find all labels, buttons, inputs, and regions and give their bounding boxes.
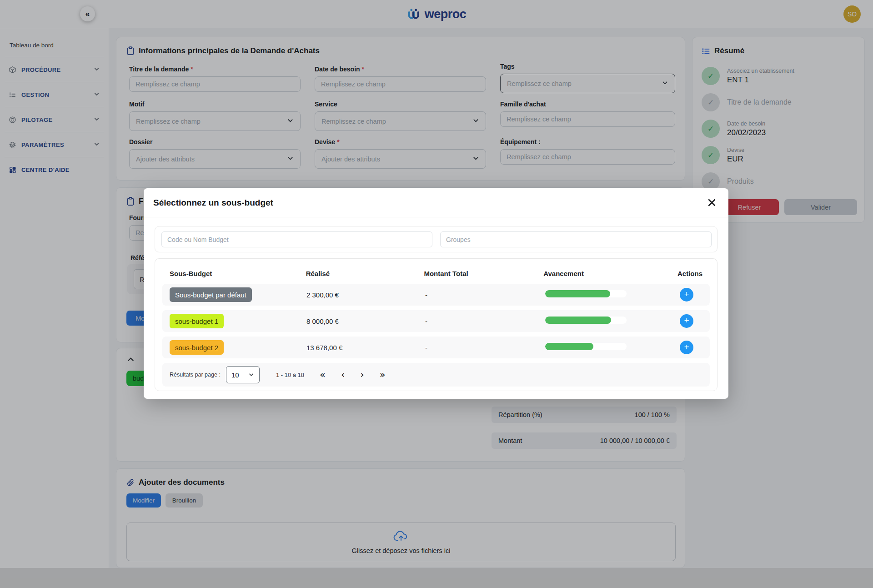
table-row: sous-budget 2 13 678,00 € - + bbox=[162, 337, 710, 358]
sous-budget-tag: sous-budget 2 bbox=[170, 340, 224, 355]
sous-budget-table: Sous-Budget Réalisé Montant Total Avance… bbox=[155, 258, 717, 391]
prev-page-button[interactable]: ‹ bbox=[341, 370, 345, 380]
sous-budget-tag: sous-budget 1 bbox=[170, 314, 224, 328]
sous-budget-tag: Sous-budget par défaut bbox=[170, 287, 252, 302]
progress-bar bbox=[545, 290, 627, 297]
add-sous-budget-button[interactable]: + bbox=[680, 314, 693, 328]
table-row: sous-budget 1 8 000,00 € - + bbox=[162, 310, 710, 332]
progress-bar bbox=[545, 343, 627, 350]
sous-budget-modal: Sélectionnez un sous-budget Sous-Budget … bbox=[144, 188, 728, 399]
add-sous-budget-button[interactable]: + bbox=[680, 341, 693, 354]
per-page-select[interactable]: 10 bbox=[226, 366, 260, 383]
modal-title: Sélectionnez un sous-budget bbox=[153, 198, 273, 208]
pagination-range: 1 - 10 à 18 bbox=[276, 372, 304, 378]
chevron-down-icon bbox=[248, 371, 254, 379]
next-page-button[interactable]: › bbox=[360, 370, 364, 380]
progress-bar bbox=[545, 317, 627, 324]
code-nom-budget-input[interactable] bbox=[161, 231, 432, 247]
pagination-bar: Résultats par page : 10 1 - 10 à 18 « ‹ … bbox=[162, 363, 710, 387]
groupes-input[interactable] bbox=[440, 231, 712, 247]
add-sous-budget-button[interactable]: + bbox=[680, 288, 693, 302]
last-page-button[interactable]: » bbox=[380, 370, 386, 380]
table-header-row: Sous-Budget Réalisé Montant Total Avance… bbox=[162, 270, 710, 277]
per-page-label: Résultats par page : bbox=[170, 372, 221, 378]
table-row: Sous-budget par défaut 2 300,00 € - + bbox=[162, 284, 710, 306]
close-icon[interactable] bbox=[707, 198, 717, 207]
modal-filters bbox=[155, 226, 717, 252]
first-page-button[interactable]: « bbox=[320, 370, 326, 380]
